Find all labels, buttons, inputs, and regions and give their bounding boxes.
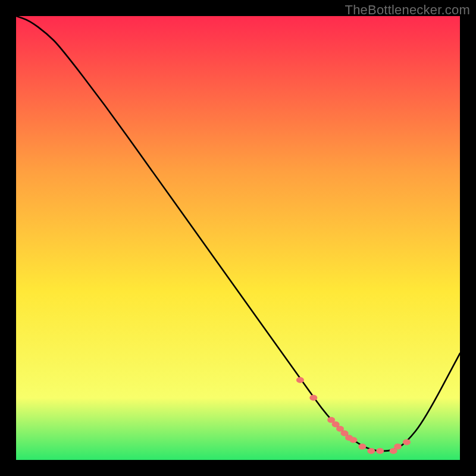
highlight-marker [349,437,357,443]
gradient-background [16,16,460,460]
highlight-marker [309,395,317,401]
highlight-marker [394,444,402,450]
highlight-marker [358,444,366,450]
highlight-marker [296,377,304,383]
highlight-marker [403,439,411,445]
chart-plot [16,16,460,460]
highlight-marker [367,448,375,454]
chart-stage: TheBottlenecker.com [0,0,476,476]
watermark-text: TheBottlenecker.com [345,2,470,18]
highlight-marker [376,448,384,454]
